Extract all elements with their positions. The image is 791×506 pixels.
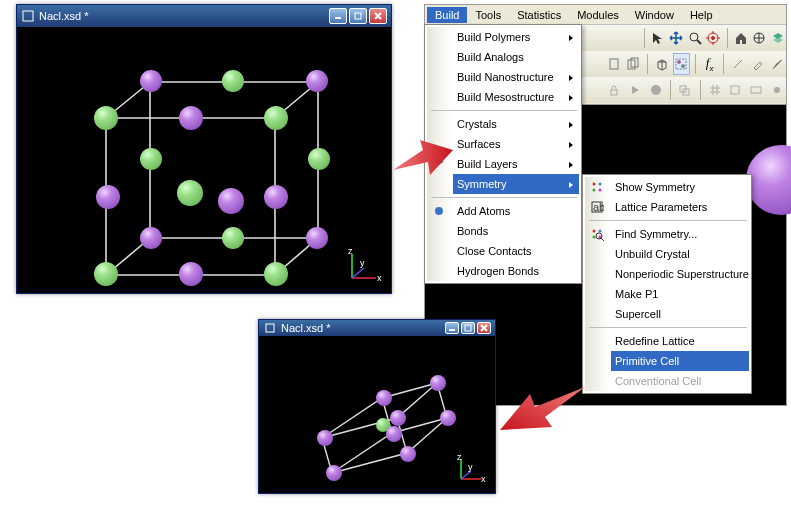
play-icon[interactable] (626, 79, 645, 101)
atom-cl (440, 410, 456, 426)
mi-add-atoms[interactable]: Add Atoms (453, 201, 579, 221)
target-icon[interactable] (705, 27, 722, 49)
svg-point-16 (774, 87, 780, 93)
mi-surfaces[interactable]: Surfaces (453, 134, 579, 154)
mi-nonperiodic-superstructure[interactable]: Nonperiodic Superstructure (611, 264, 749, 284)
atom-na (177, 180, 203, 206)
page-icon[interactable] (605, 53, 623, 75)
atom-cl (218, 188, 244, 214)
atom-fragment (746, 145, 791, 215)
svg-point-2 (712, 37, 715, 40)
svg-point-17 (435, 207, 443, 215)
lock-icon[interactable] (605, 79, 624, 101)
svg-rect-29 (23, 11, 33, 21)
svg-text:y: y (468, 462, 473, 472)
close-button[interactable] (477, 322, 491, 334)
svg-point-11 (651, 85, 661, 95)
menubar: Build Tools Statistics Modules Window He… (425, 5, 786, 25)
mi-build-nanostructure[interactable]: Build Nanostructure (453, 67, 579, 87)
gear-icon[interactable] (767, 79, 786, 101)
move-4way-icon[interactable] (668, 27, 685, 49)
mi-close-contacts[interactable]: Close Contacts (453, 241, 579, 261)
maximize-button[interactable] (461, 322, 475, 334)
select-box-icon[interactable] (673, 53, 691, 75)
menu-separator (589, 327, 747, 328)
viewport-3d[interactable]: x z y (262, 338, 492, 490)
zoom-icon[interactable] (687, 27, 704, 49)
menu-modules[interactable]: Modules (569, 7, 627, 23)
lattice-wireframe (20, 30, 388, 290)
svg-rect-4 (610, 59, 618, 69)
mi-unbuild-crystal[interactable]: Unbuild Crystal (611, 244, 749, 264)
viewport-3d[interactable]: x z y (20, 30, 388, 290)
brush-icon[interactable] (768, 53, 786, 75)
maximize-button[interactable] (349, 8, 367, 24)
doc-icon (263, 321, 277, 335)
find-sym-icon (589, 226, 605, 242)
grid-icon[interactable] (705, 79, 724, 101)
atom-cl (390, 410, 406, 426)
atom-cl (326, 465, 342, 481)
mi-redefine-lattice[interactable]: Redefine Lattice (611, 331, 749, 351)
rect-icon[interactable] (747, 79, 766, 101)
menu-build[interactable]: Build (427, 7, 467, 23)
svg-text:z: z (457, 454, 462, 462)
svg-point-0 (690, 33, 698, 41)
svg-point-19 (599, 183, 602, 186)
mi-find-symmetry[interactable]: Find Symmetry... (611, 224, 749, 244)
minimize-button[interactable] (329, 8, 347, 24)
stack-icon[interactable] (676, 79, 695, 101)
page2-icon[interactable] (625, 53, 643, 75)
cube-icon[interactable] (653, 53, 671, 75)
menu-window[interactable]: Window (627, 7, 682, 23)
mi-lattice-parameters[interactable]: abcLattice Parameters (611, 197, 749, 217)
svg-rect-30 (355, 13, 361, 19)
toolbar-separator (727, 28, 728, 48)
window-title: Nacl.xsd * (281, 322, 443, 334)
menu-help[interactable]: Help (682, 7, 721, 23)
svg-text:x: x (377, 273, 382, 283)
pause-icon[interactable] (646, 79, 665, 101)
mi-build-polymers[interactable]: Build Polymers (453, 27, 579, 47)
mi-supercell[interactable]: Supercell (611, 304, 749, 324)
square-icon[interactable] (726, 79, 745, 101)
mi-make-p1[interactable]: Make P1 (611, 284, 749, 304)
svg-text:y: y (360, 258, 365, 268)
mi-primitive-cell[interactable]: Primitive Cell (611, 351, 749, 371)
menu-statistics[interactable]: Statistics (509, 7, 569, 23)
layers-tool-icon[interactable] (769, 27, 786, 49)
fx-icon[interactable]: fx (701, 53, 719, 75)
svg-text:x: x (481, 474, 486, 484)
svg-text:abc: abc (593, 201, 604, 213)
minimize-button[interactable] (445, 322, 459, 334)
mi-show-symmetry[interactable]: Show Symmetry (611, 177, 749, 197)
mi-hydrogen-bonds[interactable]: Hydrogen Bonds (453, 261, 579, 281)
mi-build-analogs[interactable]: Build Analogs (453, 47, 579, 67)
dropper-icon[interactable] (749, 53, 767, 75)
window-title: Nacl.xsd * (39, 10, 327, 22)
svg-point-26 (593, 236, 596, 239)
wand-icon[interactable] (729, 53, 747, 75)
toolbar-separator (644, 28, 645, 48)
home-icon[interactable] (732, 27, 749, 49)
mi-symmetry[interactable]: Symmetry (453, 174, 579, 194)
crosshair-icon[interactable] (751, 27, 768, 49)
mi-crystals[interactable]: Crystals (453, 114, 579, 134)
pointer-icon[interactable] (650, 27, 667, 49)
toolbar-separator (695, 54, 696, 74)
atom-na (94, 106, 118, 130)
mi-bonds[interactable]: Bonds (453, 221, 579, 241)
menu-separator (589, 220, 747, 221)
titlebar[interactable]: Nacl.xsd * (259, 320, 495, 336)
svg-rect-37 (266, 324, 274, 332)
mi-build-mesostructure[interactable]: Build Mesostructure (453, 87, 579, 107)
window-nacl-primitive: Nacl.xsd * x z y (258, 319, 496, 494)
symmetry-submenu: Show Symmetry abcLattice Parameters Find… (582, 174, 752, 394)
svg-rect-38 (465, 325, 471, 331)
menu-tools[interactable]: Tools (467, 7, 509, 23)
titlebar[interactable]: Nacl.xsd * (17, 5, 391, 27)
close-button[interactable] (369, 8, 387, 24)
mi-build-layers[interactable]: Build Layers (453, 154, 579, 174)
atom-cl (430, 375, 446, 391)
build-menu: Build Polymers Build Analogs Build Nanos… (424, 24, 582, 284)
